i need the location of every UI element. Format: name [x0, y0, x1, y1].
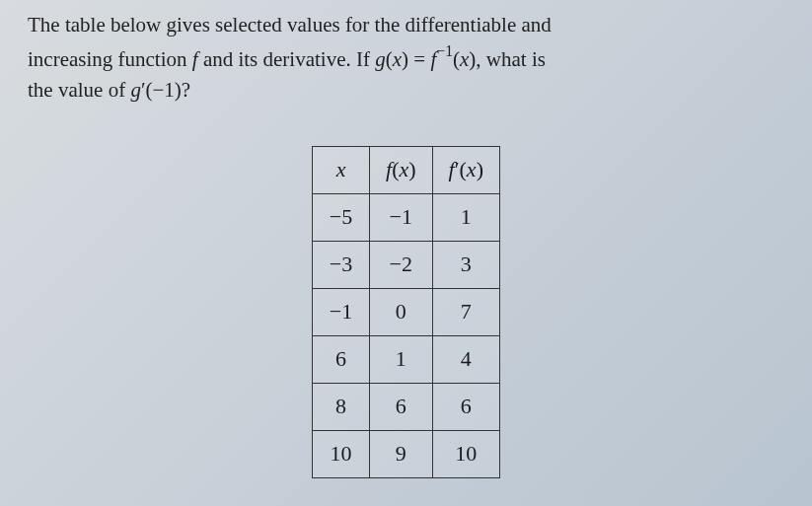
x-variable-2: x: [460, 47, 469, 71]
paren-close-eq: ) =: [402, 47, 430, 71]
cell-x: 6: [313, 335, 370, 383]
question-line2-part3: , what is: [476, 47, 546, 71]
cell-fpx: 7: [432, 288, 499, 335]
header-x: x: [313, 146, 370, 193]
cell-x: 10: [313, 430, 370, 477]
cell-fx: 6: [370, 383, 433, 430]
table-row: −5 −1 1: [313, 193, 500, 241]
header-fprimex: f′(x): [432, 146, 499, 193]
neg-one-arg: (−1): [145, 78, 181, 102]
cell-fpx: 10: [432, 430, 499, 477]
table-row: 8 6 6: [313, 383, 500, 430]
cell-fx: 1: [370, 335, 433, 383]
paren-open-2: (: [453, 47, 460, 71]
g-variable-2: g: [130, 78, 141, 102]
table-container: x f(x) f′(x) −5 −1 1 −3 −2 3 −1 0 7 6 1 …: [28, 146, 784, 478]
question-mark: ?: [182, 78, 190, 102]
x-variable: x: [393, 47, 402, 71]
question-line3-part1: the value of: [28, 78, 130, 102]
cell-fpx: 1: [432, 193, 499, 241]
cell-x: −5: [313, 193, 370, 241]
function-values-table: x f(x) f′(x) −5 −1 1 −3 −2 3 −1 0 7 6 1 …: [312, 146, 500, 478]
inverse-superscript: −1: [436, 42, 453, 59]
cell-fx: −2: [370, 241, 433, 288]
cell-fx: 0: [370, 288, 433, 335]
cell-x: −3: [313, 241, 370, 288]
cell-fpx: 4: [432, 335, 499, 383]
table-header-row: x f(x) f′(x): [313, 146, 500, 193]
paren-open: (: [386, 47, 393, 71]
question-line2-part1: increasing function: [28, 47, 192, 71]
cell-fx: 9: [370, 430, 433, 477]
table-row: −1 0 7: [313, 288, 500, 335]
cell-x: −1: [313, 288, 370, 335]
question-line2-part2: and its derivative. If: [198, 47, 376, 71]
question-line1: The table below gives selected values fo…: [28, 13, 552, 36]
cell-x: 8: [313, 383, 370, 430]
table-row: −3 −2 3: [313, 241, 500, 288]
table-row: 10 9 10: [313, 430, 500, 477]
cell-fpx: 3: [432, 241, 499, 288]
g-variable: g: [375, 47, 386, 71]
question-text: The table below gives selected values fo…: [28, 10, 784, 107]
table-row: 6 1 4: [313, 335, 500, 383]
cell-fx: −1: [370, 193, 433, 241]
cell-fpx: 6: [432, 383, 499, 430]
header-fx: f(x): [370, 146, 433, 193]
